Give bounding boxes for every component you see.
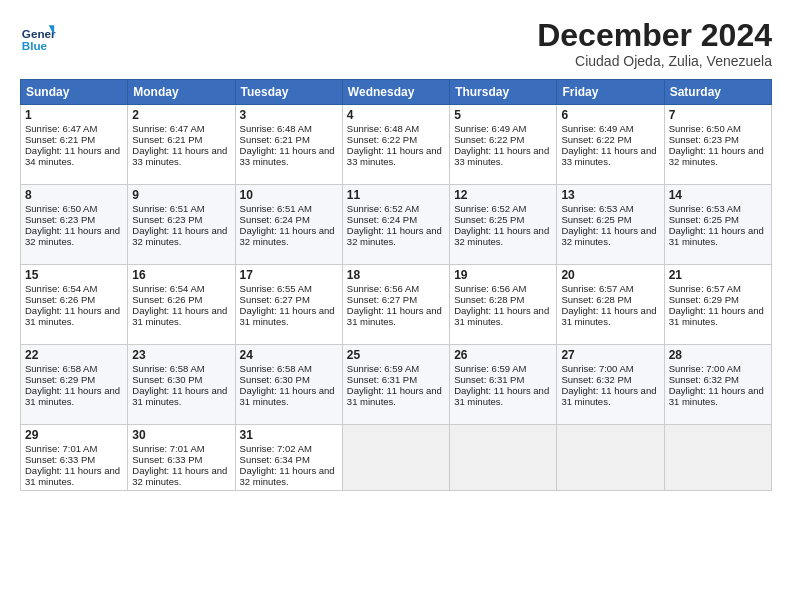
daylight-label: Daylight: 11 hours and 31 minutes. <box>561 305 656 327</box>
daylight-label: Daylight: 11 hours and 31 minutes. <box>669 305 764 327</box>
day-number: 4 <box>347 108 445 122</box>
logo-icon: General Blue <box>20 18 56 54</box>
calendar-cell: 7Sunrise: 6:50 AMSunset: 6:23 PMDaylight… <box>664 105 771 185</box>
calendar-cell: 27Sunrise: 7:00 AMSunset: 6:32 PMDayligh… <box>557 345 664 425</box>
weekday-header-sunday: Sunday <box>21 80 128 105</box>
daylight-label: Daylight: 11 hours and 32 minutes. <box>561 225 656 247</box>
sunrise-label: Sunrise: 7:02 AM <box>240 443 312 454</box>
calendar-cell: 2Sunrise: 6:47 AMSunset: 6:21 PMDaylight… <box>128 105 235 185</box>
sunrise-label: Sunrise: 6:53 AM <box>561 203 633 214</box>
weekday-header-thursday: Thursday <box>450 80 557 105</box>
daylight-label: Daylight: 11 hours and 31 minutes. <box>25 385 120 407</box>
calendar-cell: 10Sunrise: 6:51 AMSunset: 6:24 PMDayligh… <box>235 185 342 265</box>
day-number: 11 <box>347 188 445 202</box>
sunset-label: Sunset: 6:22 PM <box>561 134 631 145</box>
daylight-label: Daylight: 11 hours and 31 minutes. <box>240 385 335 407</box>
sunset-label: Sunset: 6:32 PM <box>669 374 739 385</box>
day-number: 19 <box>454 268 552 282</box>
sunset-label: Sunset: 6:25 PM <box>669 214 739 225</box>
daylight-label: Daylight: 11 hours and 32 minutes. <box>25 225 120 247</box>
day-number: 7 <box>669 108 767 122</box>
daylight-label: Daylight: 11 hours and 31 minutes. <box>347 385 442 407</box>
calendar-cell: 5Sunrise: 6:49 AMSunset: 6:22 PMDaylight… <box>450 105 557 185</box>
sunset-label: Sunset: 6:26 PM <box>132 294 202 305</box>
daylight-label: Daylight: 11 hours and 31 minutes. <box>132 305 227 327</box>
calendar-cell: 26Sunrise: 6:59 AMSunset: 6:31 PMDayligh… <box>450 345 557 425</box>
calendar-cell: 18Sunrise: 6:56 AMSunset: 6:27 PMDayligh… <box>342 265 449 345</box>
sunrise-label: Sunrise: 6:49 AM <box>454 123 526 134</box>
sunset-label: Sunset: 6:27 PM <box>347 294 417 305</box>
calendar-cell: 6Sunrise: 6:49 AMSunset: 6:22 PMDaylight… <box>557 105 664 185</box>
sunrise-label: Sunrise: 6:51 AM <box>132 203 204 214</box>
sunset-label: Sunset: 6:23 PM <box>132 214 202 225</box>
sunset-label: Sunset: 6:29 PM <box>25 374 95 385</box>
sunset-label: Sunset: 6:30 PM <box>240 374 310 385</box>
weekday-header-saturday: Saturday <box>664 80 771 105</box>
sunset-label: Sunset: 6:25 PM <box>454 214 524 225</box>
sunset-label: Sunset: 6:33 PM <box>132 454 202 465</box>
day-number: 6 <box>561 108 659 122</box>
calendar-cell: 24Sunrise: 6:58 AMSunset: 6:30 PMDayligh… <box>235 345 342 425</box>
day-number: 20 <box>561 268 659 282</box>
calendar-cell <box>342 425 449 491</box>
weekday-header-monday: Monday <box>128 80 235 105</box>
calendar-cell <box>664 425 771 491</box>
sunset-label: Sunset: 6:23 PM <box>25 214 95 225</box>
daylight-label: Daylight: 11 hours and 31 minutes. <box>669 225 764 247</box>
day-number: 18 <box>347 268 445 282</box>
sunrise-label: Sunrise: 6:53 AM <box>669 203 741 214</box>
weekday-header-tuesday: Tuesday <box>235 80 342 105</box>
daylight-label: Daylight: 11 hours and 33 minutes. <box>561 145 656 167</box>
calendar-cell: 19Sunrise: 6:56 AMSunset: 6:28 PMDayligh… <box>450 265 557 345</box>
daylight-label: Daylight: 11 hours and 31 minutes. <box>25 465 120 487</box>
day-number: 13 <box>561 188 659 202</box>
daylight-label: Daylight: 11 hours and 31 minutes. <box>347 305 442 327</box>
sunrise-label: Sunrise: 6:56 AM <box>454 283 526 294</box>
page: General Blue December 2024 Ciudad Ojeda,… <box>0 0 792 612</box>
sunset-label: Sunset: 6:34 PM <box>240 454 310 465</box>
daylight-label: Daylight: 11 hours and 33 minutes. <box>132 145 227 167</box>
daylight-label: Daylight: 11 hours and 31 minutes. <box>132 385 227 407</box>
sunset-label: Sunset: 6:30 PM <box>132 374 202 385</box>
sunset-label: Sunset: 6:24 PM <box>347 214 417 225</box>
sunrise-label: Sunrise: 6:59 AM <box>454 363 526 374</box>
day-number: 10 <box>240 188 338 202</box>
calendar-cell: 23Sunrise: 6:58 AMSunset: 6:30 PMDayligh… <box>128 345 235 425</box>
day-number: 17 <box>240 268 338 282</box>
calendar-cell: 14Sunrise: 6:53 AMSunset: 6:25 PMDayligh… <box>664 185 771 265</box>
sunrise-label: Sunrise: 6:52 AM <box>347 203 419 214</box>
sunset-label: Sunset: 6:25 PM <box>561 214 631 225</box>
sunrise-label: Sunrise: 7:00 AM <box>669 363 741 374</box>
day-number: 3 <box>240 108 338 122</box>
sunset-label: Sunset: 6:21 PM <box>240 134 310 145</box>
sunset-label: Sunset: 6:22 PM <box>347 134 417 145</box>
day-number: 2 <box>132 108 230 122</box>
daylight-label: Daylight: 11 hours and 32 minutes. <box>454 225 549 247</box>
calendar-cell: 17Sunrise: 6:55 AMSunset: 6:27 PMDayligh… <box>235 265 342 345</box>
sunrise-label: Sunrise: 6:54 AM <box>25 283 97 294</box>
sunrise-label: Sunrise: 6:48 AM <box>347 123 419 134</box>
day-number: 24 <box>240 348 338 362</box>
sunset-label: Sunset: 6:23 PM <box>669 134 739 145</box>
calendar-cell: 13Sunrise: 6:53 AMSunset: 6:25 PMDayligh… <box>557 185 664 265</box>
sunset-label: Sunset: 6:28 PM <box>454 294 524 305</box>
sunset-label: Sunset: 6:26 PM <box>25 294 95 305</box>
calendar-cell: 29Sunrise: 7:01 AMSunset: 6:33 PMDayligh… <box>21 425 128 491</box>
sunset-label: Sunset: 6:29 PM <box>669 294 739 305</box>
daylight-label: Daylight: 11 hours and 31 minutes. <box>669 385 764 407</box>
daylight-label: Daylight: 11 hours and 31 minutes. <box>25 305 120 327</box>
daylight-label: Daylight: 11 hours and 32 minutes. <box>132 225 227 247</box>
daylight-label: Daylight: 11 hours and 32 minutes. <box>240 465 335 487</box>
daylight-label: Daylight: 11 hours and 31 minutes. <box>454 385 549 407</box>
day-number: 22 <box>25 348 123 362</box>
day-number: 23 <box>132 348 230 362</box>
daylight-label: Daylight: 11 hours and 31 minutes. <box>240 305 335 327</box>
sunrise-label: Sunrise: 6:58 AM <box>25 363 97 374</box>
sunset-label: Sunset: 6:27 PM <box>240 294 310 305</box>
sunset-label: Sunset: 6:31 PM <box>347 374 417 385</box>
sunrise-label: Sunrise: 6:56 AM <box>347 283 419 294</box>
day-number: 5 <box>454 108 552 122</box>
day-number: 28 <box>669 348 767 362</box>
day-number: 14 <box>669 188 767 202</box>
day-number: 27 <box>561 348 659 362</box>
